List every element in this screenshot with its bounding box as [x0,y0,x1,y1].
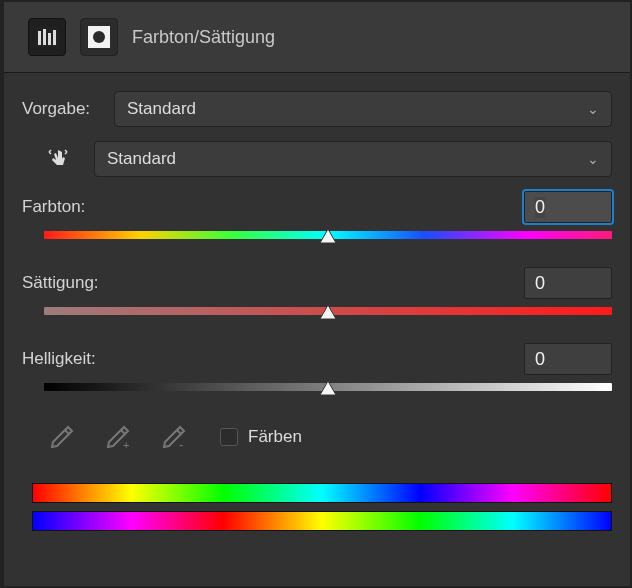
channel-select[interactable]: Standard ⌄ [94,141,612,177]
svg-rect-4 [53,30,56,45]
preset-select[interactable]: Standard ⌄ [114,91,612,127]
lightness-label: Helligkeit: [22,349,122,369]
hue-value-input[interactable]: 0 [524,191,612,223]
saturation-label: Sättigung: [22,273,122,293]
chevron-down-icon: ⌄ [587,151,599,167]
hue-slider[interactable] [44,229,612,241]
eyedropper-plus-icon[interactable]: + [100,419,136,455]
mask-icon [88,26,110,48]
icon-button-mask[interactable] [80,18,118,56]
colorize-label: Färben [248,427,302,447]
channel-value: Standard [107,149,176,169]
preset-row: Vorgabe: Standard ⌄ [22,91,612,127]
saturation-slider[interactable] [44,305,612,317]
color-bar-output[interactable] [32,511,612,531]
svg-point-6 [93,31,105,43]
hue-label: Farbton: [22,197,122,217]
hue-thumb[interactable] [319,227,337,245]
svg-marker-9 [320,381,336,395]
lightness-value-input[interactable]: 0 [524,343,612,375]
svg-text:+: + [123,439,129,451]
colorize-option[interactable]: Färben [220,427,302,447]
eyedropper-icon[interactable] [44,419,80,455]
panel-header: Farbton/Sättigung [4,2,630,73]
lightness-thumb[interactable] [319,379,337,397]
color-range-bars [32,483,612,531]
svg-marker-7 [320,229,336,243]
colorize-checkbox[interactable] [220,428,238,446]
tools-row: + - Färben [44,419,612,455]
saturation-value-input[interactable]: 0 [524,267,612,299]
svg-text:-: - [179,437,183,451]
svg-marker-8 [320,305,336,319]
hue-block: Farbton: 0 [22,191,612,241]
direct-adjust-icon[interactable] [43,144,73,174]
svg-rect-3 [48,33,51,45]
svg-rect-2 [43,29,46,45]
icon-button-histogram[interactable] [28,18,66,56]
preset-label: Vorgabe: [22,99,114,119]
saturation-thumb[interactable] [319,303,337,321]
channel-row: Standard ⌄ [22,141,612,177]
lightness-block: Helligkeit: 0 [22,343,612,393]
color-bar-input[interactable] [32,483,612,503]
preset-value: Standard [127,99,196,119]
saturation-block: Sättigung: 0 [22,267,612,317]
svg-rect-1 [38,31,41,45]
chevron-down-icon: ⌄ [587,101,599,117]
lightness-slider[interactable] [44,381,612,393]
eyedropper-minus-icon[interactable]: - [156,419,192,455]
histogram-icon [36,27,58,47]
panel-title: Farbton/Sättigung [132,27,275,48]
